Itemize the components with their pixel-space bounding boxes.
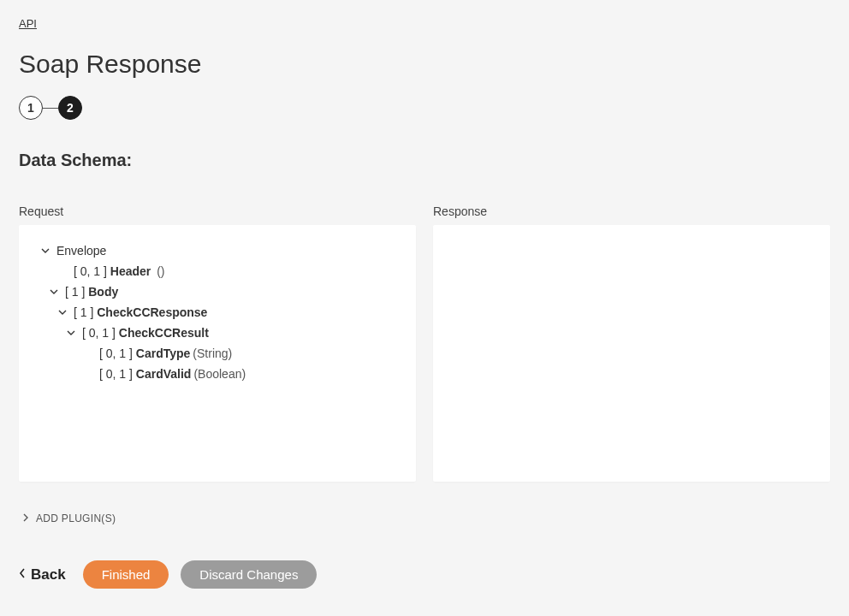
- page-title: Soap Response: [19, 50, 830, 79]
- request-panel: Envelope [ 0, 1 ] Header () [ 1 ] Body: [19, 225, 416, 482]
- step-connector: [43, 108, 58, 109]
- chevron-right-icon: [22, 513, 29, 524]
- back-label: Back: [31, 566, 66, 583]
- add-plugins-label: ADD PLUGIN(S): [36, 512, 116, 524]
- tree-label: CardType: [136, 343, 191, 364]
- tree-node-cardtype[interactable]: [ 0, 1 ] CardType (String): [29, 343, 406, 364]
- tree-cardinality: [ 1 ]: [65, 281, 85, 302]
- tree-cardinality: [ 0, 1 ]: [82, 323, 116, 343]
- tree-node-cardvalid[interactable]: [ 0, 1 ] CardValid (Boolean): [29, 364, 406, 384]
- add-plugins-toggle[interactable]: ADD PLUGIN(S): [19, 512, 830, 524]
- tree-label: CheckCCResponse: [97, 302, 207, 323]
- step-1[interactable]: 1: [19, 96, 43, 120]
- response-panel: [433, 225, 830, 482]
- tree-label: CardValid: [136, 364, 192, 384]
- back-button[interactable]: Back: [19, 566, 66, 583]
- finished-button[interactable]: Finished: [83, 560, 169, 589]
- tree-label: Body: [88, 281, 118, 302]
- tree-node-envelope[interactable]: Envelope: [29, 240, 406, 261]
- chevron-down-icon[interactable]: [48, 287, 60, 296]
- tree-label: CheckCCResult: [119, 323, 209, 343]
- tree-cardinality: [ 0, 1 ]: [74, 261, 107, 281]
- tree-label: Envelope: [56, 240, 106, 261]
- footer-actions: Back Finished Discard Changes: [19, 560, 830, 589]
- stepper: 1 2: [19, 96, 830, 120]
- request-column: Request Envelope [ 0, 1 ] Header (): [19, 204, 416, 482]
- response-label: Response: [433, 204, 830, 218]
- chevron-down-icon[interactable]: [65, 329, 77, 337]
- tree-node-checkccresult[interactable]: [ 0, 1 ] CheckCCResult: [29, 323, 406, 343]
- tree-cardinality: [ 0, 1 ]: [99, 343, 133, 364]
- tree-node-body[interactable]: [ 1 ] Body: [29, 281, 406, 302]
- request-label: Request: [19, 204, 416, 218]
- chevron-left-icon: [19, 568, 26, 581]
- tree-type: (): [157, 261, 164, 281]
- tree-type: (Boolean): [193, 364, 246, 384]
- tree-cardinality: [ 1 ]: [74, 302, 93, 323]
- tree-cardinality: [ 0, 1 ]: [99, 364, 133, 384]
- discard-changes-button[interactable]: Discard Changes: [181, 560, 317, 589]
- step-2[interactable]: 2: [58, 96, 82, 120]
- tree-label: Header: [110, 261, 151, 281]
- tree-node-header[interactable]: [ 0, 1 ] Header (): [29, 261, 406, 281]
- tree-node-checkccresponse[interactable]: [ 1 ] CheckCCResponse: [29, 302, 406, 323]
- chevron-down-icon[interactable]: [39, 246, 51, 255]
- tree-type: (String): [193, 343, 232, 364]
- chevron-down-icon[interactable]: [56, 308, 68, 317]
- response-column: Response: [433, 204, 830, 482]
- breadcrumb-api[interactable]: API: [19, 17, 37, 30]
- section-title-data-schema: Data Schema:: [19, 151, 830, 170]
